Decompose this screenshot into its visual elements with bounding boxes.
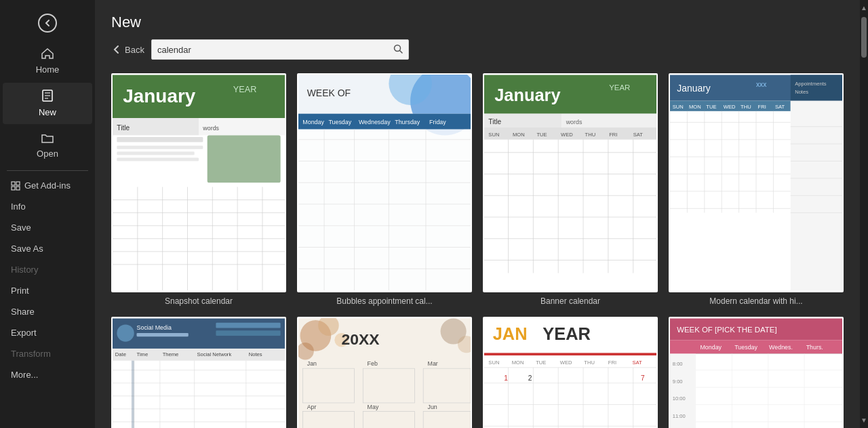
template-thumb-snapshot: January YEAR Title words <box>111 73 286 292</box>
main-header: New Back <box>95 0 860 68</box>
sidebar-item-more-label: More... <box>11 370 38 380</box>
svg-text:FRI: FRI <box>608 359 616 365</box>
svg-text:May: May <box>368 403 379 410</box>
sidebar-item-save[interactable]: Save <box>0 217 95 238</box>
svg-text:Notes: Notes <box>249 351 262 357</box>
svg-text:Monday: Monday <box>302 119 324 125</box>
sidebar-item-print-label: Print <box>11 286 29 296</box>
svg-text:Wednesday: Wednesday <box>359 119 391 125</box>
svg-text:Title: Title <box>488 118 501 125</box>
svg-text:Time: Time <box>137 351 149 357</box>
svg-text:SAT: SAT <box>775 104 785 110</box>
back-icon[interactable] <box>38 14 57 33</box>
template-grid-wrap[interactable]: January YEAR Title words <box>95 68 860 428</box>
sidebar-item-history: History <box>0 259 95 280</box>
sidebar-item-info[interactable]: Info <box>0 196 95 217</box>
template-card-bubbles[interactable]: WEEK OF Monday Tuesday Wednesday Thursda… <box>297 73 472 306</box>
sidebar-item-new[interactable]: New <box>3 83 92 124</box>
svg-text:MON: MON <box>513 132 525 138</box>
svg-rect-125 <box>216 330 280 336</box>
svg-text:xxx: xxx <box>756 81 766 88</box>
grid-icon <box>11 181 20 191</box>
svg-text:words: words <box>566 119 583 125</box>
svg-text:THU: THU <box>584 359 595 365</box>
scroll-down-arrow[interactable]: ▼ <box>861 414 867 427</box>
svg-text:11:00: 11:00 <box>673 412 686 419</box>
sidebar-item-more[interactable]: More... <box>0 364 95 385</box>
template-card-soft-suite[interactable]: WEEK OF [PICK THE DATE] Monday Tuesday W… <box>669 317 844 429</box>
svg-text:SUN: SUN <box>488 359 499 365</box>
search-bar: Back <box>111 39 844 60</box>
sidebar-item-home[interactable]: Home <box>3 41 92 81</box>
svg-rect-88 <box>791 75 842 101</box>
svg-text:January: January <box>123 85 196 106</box>
svg-text:YEAR: YEAR <box>233 85 257 94</box>
svg-line-6 <box>399 50 402 53</box>
search-icon[interactable] <box>393 44 403 56</box>
svg-text:Date: Date <box>115 351 126 357</box>
svg-text:Jan: Jan <box>307 360 317 367</box>
search-input[interactable] <box>157 45 393 55</box>
sidebar-item-open[interactable]: Open <box>3 125 92 166</box>
template-card-banner[interactable]: January YEAR Title words SUN MON TUE WED <box>483 73 658 306</box>
template-label-bubbles: Bubbles appointment cal... <box>336 296 432 306</box>
template-card-small-biz[interactable]: SociaI Media Date Time Theme Social Netw… <box>111 317 286 429</box>
sidebar-item-transform-label: Transform <box>11 349 51 359</box>
sidebar-item-new-label: New <box>39 107 56 117</box>
svg-text:7: 7 <box>641 374 645 381</box>
svg-rect-1 <box>12 182 15 185</box>
sidebar-item-print[interactable]: Print <box>0 280 95 301</box>
svg-text:SAT: SAT <box>633 132 644 138</box>
home-icon <box>41 48 54 62</box>
template-card-snapshot[interactable]: January YEAR Title words <box>111 73 286 306</box>
svg-text:YEAR: YEAR <box>609 83 630 92</box>
scrollbar-thumb[interactable] <box>861 17 867 58</box>
sidebar-item-transform: Transform <box>0 343 95 364</box>
svg-text:JAN: JAN <box>493 324 528 343</box>
scroll-up-arrow[interactable]: ▲ <box>861 1 867 14</box>
open-icon <box>41 132 54 146</box>
template-thumb-floral: 20XX Jan Feb Mar Apr May Jun <box>297 317 472 429</box>
sidebar-item-save-as[interactable]: Save As <box>0 238 95 259</box>
sidebar-item-get-add-ins-label: Get Add-ins <box>24 180 71 191</box>
svg-text:WEEK OF: WEEK OF <box>307 87 351 98</box>
sidebar-item-export-label: Export <box>11 328 37 338</box>
sidebar-item-share-label: Share <box>11 307 35 317</box>
svg-text:Feb: Feb <box>368 360 378 367</box>
svg-text:Thurs.: Thurs. <box>806 344 823 351</box>
template-card-modern-hi[interactable]: January xxx Appointments Notes SUN MON T… <box>669 73 844 306</box>
svg-text:Tuesday: Tuesday <box>328 119 351 125</box>
scrollbar[interactable]: ▲ ▼ <box>860 0 868 428</box>
template-thumb-small-biz: SociaI Media Date Time Theme Social Netw… <box>111 317 286 429</box>
svg-text:TUE: TUE <box>706 104 716 110</box>
svg-text:THU: THU <box>741 104 751 110</box>
svg-text:Tuesday: Tuesday <box>734 344 757 351</box>
template-card-plain[interactable]: JAN YEAR SUN MON TUE WED THU FRI SAT <box>483 317 658 429</box>
svg-rect-19 <box>117 157 199 161</box>
new-icon <box>42 90 53 104</box>
svg-rect-16 <box>117 137 203 142</box>
sidebar-item-share[interactable]: Share <box>0 301 95 322</box>
page-title: New <box>111 14 844 31</box>
search-input-wrap[interactable] <box>151 39 409 60</box>
svg-rect-18 <box>117 152 194 155</box>
svg-text:9:00: 9:00 <box>673 378 683 384</box>
template-label-banner: Banner calendar <box>540 296 600 306</box>
svg-text:10:00: 10:00 <box>673 395 686 402</box>
template-thumb-plain: JAN YEAR SUN MON TUE WED THU FRI SAT <box>483 317 658 429</box>
svg-rect-17 <box>117 146 203 149</box>
svg-text:January: January <box>677 83 711 94</box>
main-content: New Back <box>95 0 860 428</box>
template-card-floral[interactable]: 20XX Jan Feb Mar Apr May Jun <box>297 317 472 429</box>
back-circle-button[interactable] <box>0 5 95 41</box>
sidebar-item-history-label: History <box>11 265 38 275</box>
template-label-modern-hi: Modern calendar with hi... <box>709 296 802 306</box>
svg-text:THU: THU <box>585 132 596 138</box>
sidebar-item-get-add-ins[interactable]: Get Add-ins <box>0 175 95 196</box>
sidebar-item-export[interactable]: Export <box>0 322 95 343</box>
svg-text:SUN: SUN <box>488 132 499 138</box>
svg-text:January: January <box>494 85 560 104</box>
back-button[interactable]: Back <box>111 44 144 55</box>
svg-text:TUE: TUE <box>536 359 546 365</box>
svg-rect-146 <box>132 360 134 428</box>
